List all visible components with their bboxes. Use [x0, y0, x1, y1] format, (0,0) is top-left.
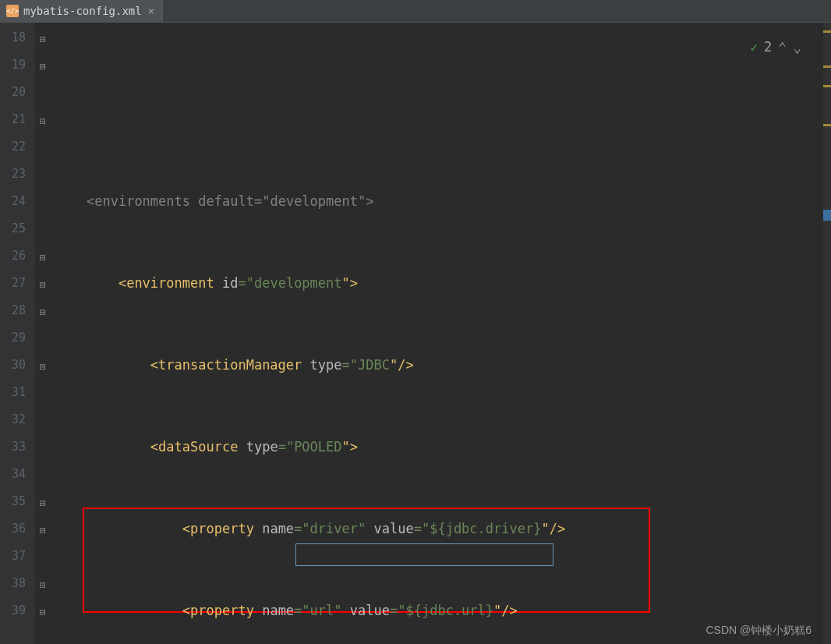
line-number: 35: [0, 488, 26, 515]
fold-gutter[interactable]: ⊟ ⊟ ⊟ ⊟ ⊟ ⊟ ⊟ ⊟ ⊟ ⊟ ⊟: [35, 23, 51, 644]
xml-file-icon: </>: [6, 5, 19, 17]
line-number: 23: [0, 161, 26, 188]
warning-count: 2: [764, 34, 772, 61]
fold-icon: [35, 544, 51, 571]
line-number: 19: [0, 51, 26, 79]
line-number: 31: [0, 379, 26, 406]
line-number: 25: [0, 215, 26, 242]
tab-bar: </> mybatis-config.xml ×: [0, 0, 831, 23]
code-line[interactable]: <dataSource type="POOLED">: [51, 433, 823, 461]
fold-icon: [35, 217, 51, 244]
watermark-text: CSDN @钟楼小奶糕6: [705, 624, 812, 638]
code-line[interactable]: <property name="driver" value="${jdbc.dr…: [51, 515, 823, 543]
inspection-indicator[interactable]: ✓ 2 ⌃ ⌄: [750, 34, 801, 61]
minimap-marker: [823, 65, 831, 68]
fold-icon: [35, 80, 51, 108]
fold-icon[interactable]: ⊟: [35, 517, 51, 544]
chevron-up-icon[interactable]: ⌃: [778, 34, 787, 61]
line-number: 28: [0, 297, 26, 324]
line-number: 39: [0, 597, 26, 625]
editor-area: 18 19 20 21 22 23 24 25 26 27 28 29 30 3…: [0, 23, 831, 644]
fold-icon: [35, 380, 51, 408]
chevron-down-icon[interactable]: ⌄: [793, 34, 801, 61]
code-line[interactable]: <transactionManager type="JDBC"/>: [51, 352, 823, 379]
file-tab[interactable]: </> mybatis-config.xml ×: [0, 0, 163, 22]
fold-icon[interactable]: ⊟: [35, 299, 51, 326]
fold-icon: [35, 189, 51, 217]
line-number: 18: [0, 24, 26, 51]
fold-icon: [35, 435, 51, 462]
ide-container: </> mybatis-config.xml × 18 19 20 21 22 …: [0, 0, 831, 644]
minimap-marker: [823, 210, 831, 221]
minimap-marker: [823, 30, 831, 33]
fold-icon[interactable]: ⊟: [35, 244, 51, 271]
fold-icon: [35, 162, 51, 189]
close-icon[interactable]: ×: [147, 5, 156, 17]
fold-icon: [35, 408, 51, 435]
tab-filename: mybatis-config.xml: [23, 5, 142, 17]
code-editor[interactable]: ✓ 2 ⌃ ⌄ <environments default="developme…: [51, 23, 823, 644]
fold-icon: [35, 326, 51, 353]
line-number: 29: [0, 324, 26, 352]
line-number: 38: [0, 570, 26, 597]
line-number: 26: [0, 242, 26, 270]
fold-icon: [35, 462, 51, 490]
code-line[interactable]: <environments default="development">: [51, 188, 823, 215]
fold-icon[interactable]: ⊟: [35, 271, 51, 299]
minimap-marker: [823, 124, 831, 126]
code-line[interactable]: <environment id="development">: [51, 270, 823, 297]
line-number-gutter[interactable]: 18 19 20 21 22 23 24 25 26 27 28 29 30 3…: [0, 23, 35, 644]
fold-icon[interactable]: ⊟: [35, 571, 51, 599]
line-number: 30: [0, 352, 26, 379]
line-number: 22: [0, 133, 26, 161]
minimap-marker: [823, 85, 831, 87]
line-number: 33: [0, 433, 26, 461]
minimap-scrollbar[interactable]: [823, 23, 831, 644]
fold-icon[interactable]: ⊟: [35, 26, 51, 53]
fold-icon: [35, 135, 51, 162]
fold-icon[interactable]: ⊟: [35, 53, 51, 80]
fold-icon[interactable]: ⊟: [35, 108, 51, 135]
code-line[interactable]: <property name="url" value="${jdbc.url}"…: [51, 597, 823, 625]
fold-icon[interactable]: ⊟: [35, 490, 51, 517]
line-number: 27: [0, 270, 26, 297]
line-number: 37: [0, 543, 26, 570]
line-number: 32: [0, 406, 26, 433]
line-number: 20: [0, 79, 26, 106]
selection-highlight: [295, 543, 553, 566]
fold-icon[interactable]: ⊟: [35, 353, 51, 380]
line-number: 36: [0, 515, 26, 543]
line-number: 34: [0, 461, 26, 488]
line-number: 21: [0, 106, 26, 133]
line-number: 24: [0, 188, 26, 215]
fold-icon[interactable]: ⊟: [35, 599, 51, 626]
check-icon: ✓: [750, 34, 758, 61]
